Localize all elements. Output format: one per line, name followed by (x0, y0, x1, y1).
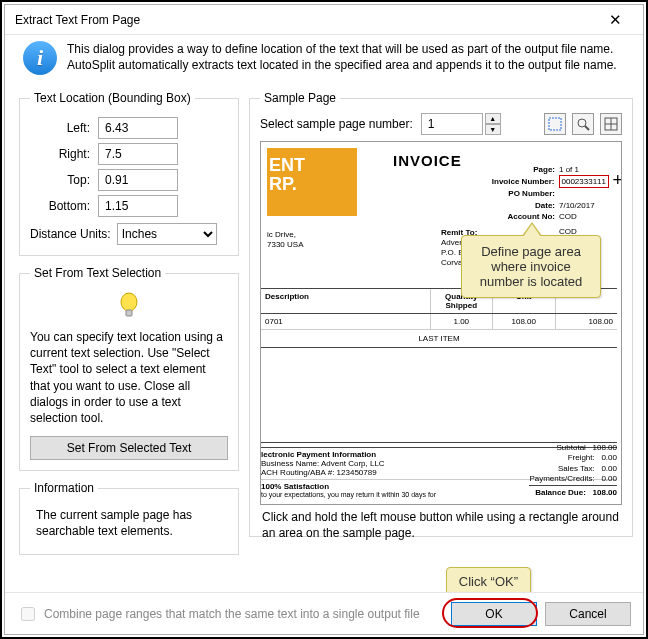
screenshot-frame: Extract Text From Page ✕ i This dialog p… (0, 0, 648, 639)
top-input[interactable] (98, 169, 178, 191)
svg-point-0 (121, 293, 137, 311)
svg-rect-1 (126, 310, 132, 316)
top-label: Top: (30, 173, 90, 187)
text-location-legend: Text Location (Bounding Box) (30, 91, 195, 105)
ok-button[interactable]: OK (451, 602, 537, 626)
crosshair-icon: + (612, 170, 622, 191)
page-preview[interactable]: ENT RP. INVOICE Page:1 of 1 Invoice Numb… (260, 141, 622, 505)
sample-select-label: Select sample page number: (260, 117, 413, 131)
right-label: Right: (30, 147, 90, 161)
bottom-bar: Combine page ranges that match the same … (5, 592, 643, 634)
svg-point-3 (578, 119, 586, 127)
set-from-selection-group: Set From Text Selection You can specify … (19, 266, 239, 471)
invoice-table: Description Quantity Shipped Unit 0701 1… (261, 288, 617, 443)
invoice-logo: ENT RP. (267, 148, 357, 216)
invoice-totals: Subtotal 108.00 Freight: 0.00 Sales Tax:… (529, 443, 617, 498)
left-label: Left: (30, 121, 90, 135)
bottom-label: Bottom: (30, 199, 90, 213)
left-input[interactable] (98, 117, 178, 139)
select-area-icon[interactable] (544, 113, 566, 135)
information-text: The current sample page has searchable t… (30, 503, 228, 543)
combine-label: Combine page ranges that match the same … (44, 607, 420, 621)
zoom-icon[interactable] (572, 113, 594, 135)
bottom-input[interactable] (98, 195, 178, 217)
invoice-meta: Page:1 of 1 Invoice Number:0002333111 PO… (485, 164, 610, 237)
selection-legend: Set From Text Selection (30, 266, 165, 280)
right-input[interactable] (98, 143, 178, 165)
info-icon: i (23, 41, 57, 75)
callout-define-area: Define page area where invoice number is… (461, 235, 601, 298)
info-text: This dialog provides a way to define loc… (67, 41, 629, 73)
combine-checkbox[interactable] (21, 607, 35, 621)
sample-page-group: Sample Page Select sample page number: ▲… (249, 91, 633, 537)
sample-hint: Click and hold the left mouse button whi… (260, 505, 622, 541)
seller-address: ic Drive, 7330 USA (267, 230, 303, 250)
information-group: Information The current sample page has … (19, 481, 239, 554)
invoice-number-highlight: 0002333111 (559, 175, 610, 188)
page-up-icon[interactable]: ▲ (485, 113, 501, 124)
close-icon[interactable]: ✕ (595, 11, 635, 29)
sample-legend: Sample Page (260, 91, 340, 105)
units-label: Distance Units: (30, 227, 111, 241)
info-banner: i This dialog provides a way to define l… (5, 35, 643, 83)
svg-rect-2 (549, 118, 561, 130)
page-down-icon[interactable]: ▼ (485, 124, 501, 135)
selection-desc: You can specify text location using a cu… (30, 329, 228, 426)
text-location-group: Text Location (Bounding Box) Left: Right… (19, 91, 239, 256)
invoice-title: INVOICE (393, 152, 462, 216)
cancel-button[interactable]: Cancel (545, 602, 631, 626)
dialog-window: Extract Text From Page ✕ i This dialog p… (4, 4, 644, 635)
window-title: Extract Text From Page (15, 13, 140, 27)
titlebar: Extract Text From Page ✕ (5, 5, 643, 35)
units-select[interactable]: Inches (117, 223, 217, 245)
information-legend: Information (30, 481, 98, 495)
page-number-input[interactable] (421, 113, 483, 135)
page-number-stepper[interactable]: ▲ ▼ (421, 113, 501, 135)
table-row: 0701 1.00 108.00 108.00 (261, 314, 617, 330)
fit-page-icon[interactable] (600, 113, 622, 135)
set-from-selected-text-button[interactable]: Set From Selected Text (30, 436, 228, 460)
svg-line-4 (585, 126, 589, 130)
combine-checkbox-row: Combine page ranges that match the same … (17, 604, 420, 624)
bulb-icon (118, 292, 140, 320)
